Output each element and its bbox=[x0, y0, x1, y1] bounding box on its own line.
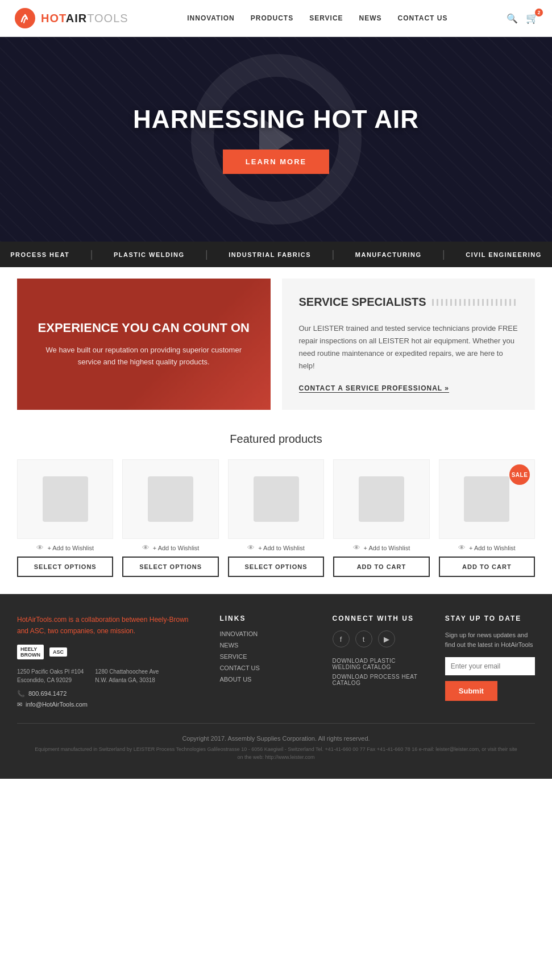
footer-links-heading: LINKS bbox=[219, 614, 309, 622]
feature-left-panel: EXPERIENCE YOU CAN COUNT ON We have buil… bbox=[17, 279, 271, 410]
logo-icon bbox=[14, 7, 36, 30]
category-plastic-welding[interactable]: PLASTIC WELDING bbox=[114, 251, 185, 258]
footer-link-service[interactable]: SERVICE bbox=[219, 653, 309, 660]
eye-icon-1: 👁 bbox=[36, 543, 44, 552]
twitter-icon[interactable]: t bbox=[355, 630, 372, 647]
product-placeholder-1 bbox=[43, 476, 88, 522]
feature-right-panel: SERVICE SPECIALISTS Our LEISTER trained … bbox=[282, 279, 536, 410]
footer-link-news[interactable]: NEWS bbox=[219, 642, 309, 649]
feature-right-heading: SERVICE SPECIALISTS bbox=[299, 296, 518, 309]
header-icons: 🔍 🛒 2 bbox=[507, 12, 538, 24]
footer-copyright: Copyright 2017. Assembly Supplies Corpor… bbox=[34, 735, 518, 742]
footer-links-col: LINKS INNOVATION NEWS SERVICE CONTACT US… bbox=[219, 614, 309, 711]
feature-section: EXPERIENCE YOU CAN COUNT ON We have buil… bbox=[0, 267, 552, 421]
footer-address-1: 1250 Pacific Oaks Pl #104 Escondido, CA … bbox=[17, 667, 84, 684]
category-manufacturing[interactable]: MANUFACTURING bbox=[355, 251, 422, 258]
cart-icon[interactable]: 🛒 2 bbox=[526, 12, 538, 24]
category-civil-engineering[interactable]: CIVIL ENGINEERING bbox=[466, 251, 541, 258]
nav-news[interactable]: NEWS bbox=[359, 14, 382, 22]
wishlist-label-1[interactable]: + Add to Wishlist bbox=[47, 545, 94, 551]
hero-section: HARNESSING HOT AIR LEARN MORE bbox=[0, 37, 552, 242]
footer-about-emphasis: one mission. bbox=[97, 627, 135, 635]
footer-link-contact[interactable]: CONTACT US bbox=[219, 665, 309, 671]
eye-icon-3: 👁 bbox=[247, 543, 255, 552]
wishlist-label-4[interactable]: + Add to Wishlist bbox=[364, 545, 410, 551]
add-to-cart-button-5[interactable]: ADD TO CART bbox=[439, 557, 535, 577]
nav-products[interactable]: PRODUCTS bbox=[251, 14, 293, 22]
footer-about-col: HotAirTools.com is a collaboration betwe… bbox=[17, 614, 197, 711]
select-options-button-1[interactable]: SELECT OPTIONS bbox=[17, 557, 113, 577]
youtube-icon[interactable]: ▶ bbox=[378, 630, 395, 647]
wishlist-label-2[interactable]: + Add to Wishlist bbox=[153, 545, 200, 551]
product-placeholder-3 bbox=[254, 476, 299, 522]
hero-title: HARNESSING HOT AIR bbox=[133, 105, 419, 134]
product-image-2 bbox=[122, 459, 218, 539]
logo-text: HOTAIRTOOLS bbox=[41, 12, 128, 25]
site-footer: HotAirTools.com is a collaboration betwe… bbox=[0, 594, 552, 778]
nav-innovation[interactable]: INNOVATION bbox=[187, 14, 235, 22]
site-header: HOTAIRTOOLS INNOVATION PRODUCTS SERVICE … bbox=[0, 0, 552, 37]
product-card-2: 👁 + Add to Wishlist SELECT OPTIONS bbox=[122, 459, 218, 577]
product-actions-1: 👁 + Add to Wishlist bbox=[36, 543, 94, 552]
email-icon: ✉ bbox=[17, 701, 22, 708]
footer-logo-asc: ASC bbox=[49, 647, 67, 657]
footer-divider bbox=[17, 723, 535, 724]
search-icon[interactable]: 🔍 bbox=[507, 13, 518, 24]
product-placeholder-2 bbox=[148, 476, 193, 522]
hatch-decoration bbox=[432, 299, 518, 306]
product-placeholder-4 bbox=[359, 476, 404, 522]
facebook-icon[interactable]: f bbox=[333, 630, 350, 647]
nav-contact[interactable]: CONTACT US bbox=[398, 14, 448, 22]
footer-email[interactable]: info@HotAirTools.com bbox=[26, 701, 88, 708]
wishlist-label-5[interactable]: + Add to Wishlist bbox=[469, 545, 516, 551]
social-icons: f t ▶ bbox=[333, 630, 422, 647]
email-signup-input[interactable] bbox=[445, 657, 535, 675]
footer-connect-col: CONNECT WITH US f t ▶ DOWNLOAD PLASTIC W… bbox=[333, 614, 422, 711]
footer-link-innovation[interactable]: INNOVATION bbox=[219, 630, 309, 637]
product-actions-2: 👁 + Add to Wishlist bbox=[142, 543, 200, 552]
category-industrial-fabrics[interactable]: INDUSTRIAL FABRICS bbox=[229, 251, 311, 258]
learn-more-button[interactable]: LEARN MORE bbox=[223, 150, 329, 174]
footer-link-about[interactable]: ABOUT US bbox=[219, 676, 309, 683]
select-options-button-2[interactable]: SELECT OPTIONS bbox=[122, 557, 218, 577]
product-image-5: SALE bbox=[439, 459, 535, 539]
footer-legal: Equipment manufactured in Switzerland by… bbox=[34, 745, 518, 762]
category-process-heat[interactable]: PROCESS HEAT bbox=[10, 251, 69, 258]
footer-phone: 800.694.1472 bbox=[28, 690, 67, 697]
product-card-1: 👁 + Add to Wishlist SELECT OPTIONS bbox=[17, 459, 113, 577]
wishlist-label-3[interactable]: + Add to Wishlist bbox=[258, 545, 305, 551]
products-grid: 👁 + Add to Wishlist SELECT OPTIONS 👁 + A… bbox=[17, 459, 535, 577]
contact-service-link[interactable]: CONTACT A SERVICE PROFESSIONAL bbox=[299, 384, 449, 393]
eye-icon-2: 👁 bbox=[142, 543, 150, 552]
product-card-3: 👁 + Add to Wishlist SELECT OPTIONS bbox=[228, 459, 324, 577]
eye-icon-5: 👁 bbox=[458, 543, 466, 552]
catalog-plastic-welding[interactable]: DOWNLOAD PLASTIC WELDING CATALOG bbox=[333, 658, 422, 670]
footer-addresses: 1250 Pacific Oaks Pl #104 Escondido, CA … bbox=[17, 667, 197, 684]
footer-about-text: HotAirTools.com is a collaboration betwe… bbox=[17, 614, 197, 636]
product-card-5: SALE 👁 + Add to Wishlist ADD TO CART bbox=[439, 459, 535, 577]
product-actions-4: 👁 + Add to Wishlist bbox=[353, 543, 410, 552]
cart-count: 2 bbox=[535, 9, 543, 16]
product-image-4 bbox=[333, 459, 429, 539]
feature-left-body: We have built our reputation on providin… bbox=[34, 344, 254, 368]
nav-service[interactable]: SERVICE bbox=[309, 14, 343, 22]
footer-logos: HEELYBROWN ASC bbox=[17, 645, 197, 659]
email-submit-button[interactable]: Submit bbox=[445, 681, 497, 701]
add-to-cart-button-4[interactable]: ADD TO CART bbox=[333, 557, 429, 577]
product-actions-3: 👁 + Add to Wishlist bbox=[247, 543, 305, 552]
main-nav: INNOVATION PRODUCTS SERVICE NEWS CONTACT… bbox=[187, 14, 447, 22]
footer-stay-col: STAY UP TO DATE Sign up for news updates… bbox=[445, 614, 535, 711]
footer-grid: HotAirTools.com is a collaboration betwe… bbox=[17, 614, 535, 711]
footer-logo-heely: HEELYBROWN bbox=[17, 645, 44, 659]
footer-stay-heading: STAY UP TO DATE bbox=[445, 614, 535, 622]
feature-left-heading: EXPERIENCE YOU CAN COUNT ON bbox=[34, 321, 254, 335]
featured-products-section: Featured products 👁 + Add to Wishlist SE… bbox=[0, 421, 552, 594]
catalog-process-heat[interactable]: DOWNLOAD PROCESS HEAT CATALOG bbox=[333, 674, 422, 686]
feature-right-body: Our LEISTER trained and tested service t… bbox=[299, 322, 518, 372]
product-image-1 bbox=[17, 459, 113, 539]
select-options-button-3[interactable]: SELECT OPTIONS bbox=[228, 557, 324, 577]
logo[interactable]: HOTAIRTOOLS bbox=[14, 7, 128, 30]
footer-email-row: ✉ info@HotAirTools.com bbox=[17, 701, 197, 708]
sale-badge: SALE bbox=[509, 464, 530, 485]
category-bar: PROCESS HEAT | PLASTIC WELDING | INDUSTR… bbox=[0, 242, 552, 267]
